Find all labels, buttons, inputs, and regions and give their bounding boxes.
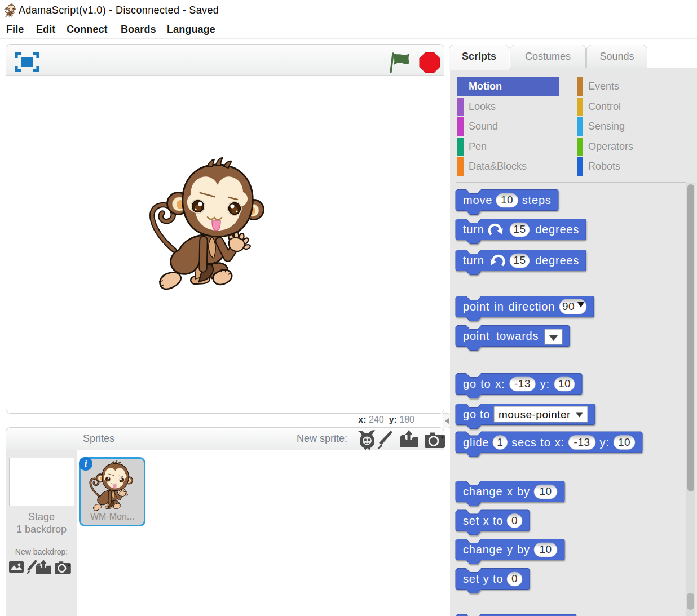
svg-text:towards: towards [496, 330, 539, 342]
svg-text:0: 0 [511, 573, 518, 584]
svg-text:set: set [463, 573, 479, 585]
svg-text:10: 10 [539, 485, 552, 497]
svg-text:0: 0 [511, 515, 518, 526]
svg-text:degrees: degrees [535, 254, 579, 267]
svg-text:change: change [463, 543, 502, 556]
svg-text:move: move [463, 194, 492, 206]
svg-text:x:: x: [555, 436, 564, 449]
svg-text:to: to [540, 436, 550, 449]
svg-text:secs: secs [511, 436, 536, 449]
svg-text:steps: steps [522, 194, 552, 206]
svg-text:15: 15 [513, 254, 526, 266]
svg-text:10: 10 [501, 194, 513, 206]
svg-text:go: go [463, 378, 477, 390]
svg-text:turn: turn [463, 254, 484, 267]
svg-text:15: 15 [513, 223, 526, 235]
svg-text:mouse-pointer: mouse-pointer [499, 409, 571, 420]
svg-text:1: 1 [497, 436, 503, 448]
svg-text:x:: x: [495, 378, 505, 390]
svg-text:10: 10 [558, 378, 571, 389]
svg-text:glide: glide [463, 436, 489, 449]
svg-text:go: go [463, 408, 477, 420]
svg-text:-13: -13 [514, 378, 531, 389]
svg-text:by: by [517, 543, 530, 556]
svg-text:by: by [517, 485, 530, 498]
svg-text:to: to [480, 378, 491, 390]
svg-text:to: to [493, 573, 503, 585]
svg-text:in: in [494, 300, 504, 313]
svg-text:-13: -13 [574, 436, 590, 448]
svg-text:to: to [480, 408, 490, 420]
svg-text:point: point [463, 300, 489, 313]
svg-text:point: point [463, 330, 489, 342]
svg-text:10: 10 [618, 436, 630, 448]
svg-text:change: change [463, 485, 502, 498]
svg-text:y: y [483, 573, 489, 585]
svg-text:degrees: degrees [535, 223, 579, 236]
svg-text:x: x [507, 485, 513, 498]
svg-text:10: 10 [539, 543, 552, 555]
svg-text:direction: direction [508, 300, 555, 313]
svg-text:to: to [493, 515, 503, 527]
svg-text:x: x [483, 515, 489, 527]
svg-text:set: set [463, 515, 479, 527]
svg-text:90: 90 [562, 300, 575, 312]
svg-text:y: y [507, 543, 513, 556]
svg-text:y:: y: [540, 378, 550, 390]
svg-text:y:: y: [600, 436, 610, 449]
svg-text:turn: turn [463, 223, 484, 236]
